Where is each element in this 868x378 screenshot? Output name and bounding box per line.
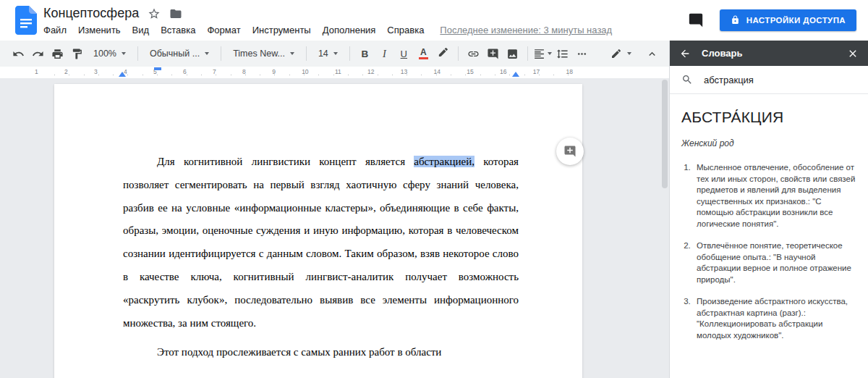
share-settings-label: НАСТРОЙКИ ДОСТУПА <box>746 16 846 25</box>
toolbar-separator <box>349 46 350 61</box>
collapse-menus-button[interactable] <box>642 44 662 63</box>
menu-item[interactable]: Изменить <box>72 22 127 38</box>
ruler-number: 7 <box>213 68 216 75</box>
ruler-number: 10 <box>302 68 308 75</box>
toolbar-separator <box>306 46 307 61</box>
ruler-number: 16 <box>500 68 506 75</box>
definition-item: Произведение абстрактного искусства, абс… <box>693 296 856 341</box>
menu-item[interactable]: Вставка <box>155 22 201 38</box>
editing-mode-select[interactable] <box>604 44 638 63</box>
menu-list: ФайлИзменитьВидВставкаФорматИнструментыД… <box>38 22 430 38</box>
undo-button[interactable] <box>9 44 28 63</box>
last-edit-link[interactable]: Последнее изменение: 3 минуты назад <box>440 25 612 35</box>
highlight-color-button[interactable] <box>433 44 453 63</box>
definitions-list: Мысленное отвлечение, обособление от тех… <box>681 162 856 341</box>
chevron-up-icon <box>646 48 658 60</box>
title-row: Концептосфера <box>43 6 182 21</box>
bold-button[interactable]: B <box>355 44 375 63</box>
more-options-button[interactable] <box>572 44 592 63</box>
print-button[interactable] <box>48 44 67 63</box>
close-icon[interactable] <box>847 48 859 59</box>
ruler-number: 3 <box>94 68 98 75</box>
font-size-select[interactable]: 14 <box>312 44 344 63</box>
add-comment-icon <box>487 48 499 60</box>
caret-down-icon <box>290 52 294 55</box>
menu-bar: ФайлИзменитьВидВставкаФорматИнструментыД… <box>38 22 612 38</box>
docs-logo-icon[interactable] <box>15 6 37 35</box>
scrollbar[interactable] <box>661 80 668 375</box>
left-indent-marker[interactable] <box>119 72 126 77</box>
sidebar-content: АБСТРА́КЦИЯ Женский род Мысленное отвлеч… <box>670 94 868 378</box>
paragraph-2: Этот подход прослеживается с самых ранни… <box>123 341 519 364</box>
more-horizontal-icon <box>576 48 588 60</box>
ruler-number: 12 <box>367 68 374 75</box>
toolbar: 100% Обычный ... Times New... 14 B I U A <box>0 41 669 67</box>
add-comment-fab[interactable] <box>556 138 584 165</box>
font-family-select[interactable]: Times New... <box>226 44 301 63</box>
menu-item[interactable]: Формат <box>201 22 246 38</box>
menu-item[interactable]: Инструменты <box>247 22 317 38</box>
paint-format-button[interactable] <box>67 44 87 63</box>
caret-down-icon <box>205 52 209 55</box>
sidebar-header: Словарь <box>670 41 868 66</box>
print-icon <box>51 48 64 60</box>
align-left-icon <box>533 48 545 60</box>
move-to-folder-icon[interactable] <box>169 7 182 20</box>
caret-down-icon <box>333 52 338 55</box>
redo-button[interactable] <box>28 44 48 63</box>
google-docs-app: Концептосфера ФайлИзменитьВидВставкаФорм… <box>0 0 868 378</box>
dictionary-word: АБСТРА́КЦИЯ <box>681 109 856 126</box>
comment-plus-icon <box>563 145 576 158</box>
menu-item[interactable]: Справка <box>381 22 430 38</box>
ruler-number: 6 <box>183 68 187 75</box>
menu-item[interactable]: Файл <box>38 22 72 38</box>
text-color-bar <box>419 57 428 59</box>
back-icon[interactable] <box>679 48 691 59</box>
first-line-indent-marker[interactable] <box>154 67 161 70</box>
toolbar-separator <box>221 46 221 61</box>
star-icon[interactable] <box>148 7 161 20</box>
topbar-right: НАСТРОЙКИ ДОСТУПА <box>688 9 856 31</box>
ruler-number: 8 <box>242 68 246 75</box>
document-title[interactable]: Концептосфера <box>43 6 139 21</box>
ruler-number: 14 <box>434 68 441 75</box>
redo-icon <box>32 48 44 60</box>
italic-button[interactable]: I <box>375 44 394 63</box>
zoom-select[interactable]: 100% <box>87 44 132 63</box>
zoom-value: 100% <box>93 49 116 59</box>
insert-comment-button[interactable] <box>483 44 503 63</box>
definition-item: Мысленное отвлечение, обособление от тех… <box>693 162 856 230</box>
underline-button[interactable]: U <box>394 44 414 63</box>
menu-item[interactable]: Вид <box>127 22 156 38</box>
right-indent-marker[interactable] <box>512 72 519 77</box>
highlighted-word[interactable]: абстракцией, <box>414 156 475 167</box>
ruler-number: 13 <box>401 68 407 75</box>
scrollbar-thumb[interactable] <box>662 80 668 188</box>
word-gender: Женский род <box>681 138 856 148</box>
paint-roller-icon <box>71 48 83 60</box>
caret-down-icon <box>548 52 552 55</box>
insert-image-button[interactable] <box>503 44 522 63</box>
search-input[interactable] <box>702 74 856 86</box>
insert-link-button[interactable] <box>464 44 483 63</box>
document-page[interactable]: Для когнитивной лингвистики концепт явля… <box>54 84 582 378</box>
toolbar-separator <box>527 46 528 61</box>
align-button[interactable] <box>533 44 553 63</box>
toolbar-separator <box>137 46 138 61</box>
caret-down-icon <box>122 52 126 55</box>
paragraph-1: Для когнитивной лингвистики концепт явля… <box>123 151 519 335</box>
lock-icon <box>731 15 740 26</box>
ruler[interactable]: 123456789101112131415161718 <box>0 67 669 78</box>
share-settings-button[interactable]: НАСТРОЙКИ ДОСТУПА <box>720 9 856 31</box>
font-size-value: 14 <box>318 49 328 59</box>
line-spacing-button[interactable] <box>553 44 572 63</box>
image-icon <box>506 48 519 60</box>
comments-icon[interactable] <box>688 12 704 28</box>
paragraph-1-after: которая позволяет сегментировать на перв… <box>123 156 519 329</box>
menu-item[interactable]: Дополнения <box>317 22 382 38</box>
text-color-button[interactable]: A <box>414 44 433 63</box>
topbar: Концептосфера ФайлИзменитьВидВставкаФорм… <box>0 0 868 41</box>
font-family-value: Times New... <box>233 49 285 59</box>
document-canvas[interactable]: Для когнитивной лингвистики концепт явля… <box>0 78 669 378</box>
paragraph-style-select[interactable]: Обычный ... <box>143 44 216 63</box>
